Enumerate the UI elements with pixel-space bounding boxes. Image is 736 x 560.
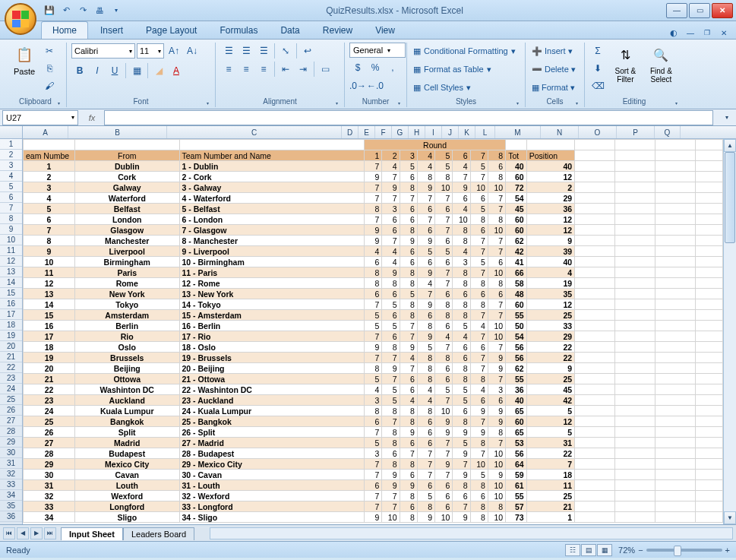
cell[interactable]: 7 — [417, 459, 434, 470]
cell[interactable] — [575, 299, 615, 310]
cell[interactable]: 8 — [453, 480, 470, 491]
cell[interactable]: 4 — [364, 246, 381, 257]
cell[interactable]: 35 — [526, 289, 575, 299]
increase-indent-icon[interactable]: ⇥ — [295, 61, 311, 78]
row-header[interactable]: 36 — [0, 511, 22, 522]
cell[interactable]: 8 — [453, 416, 470, 427]
cell[interactable]: 4 — [417, 161, 434, 172]
cell[interactable]: 7 — [470, 267, 488, 278]
print-icon[interactable]: 🖶 — [93, 4, 106, 17]
row-header[interactable]: 29 — [0, 437, 22, 448]
shrink-font-icon[interactable]: A↓ — [184, 43, 201, 59]
cell[interactable]: 9 — [417, 267, 434, 278]
cell[interactable] — [695, 182, 722, 193]
cell[interactable]: 7 — [364, 427, 381, 438]
close-workbook-icon[interactable]: ✕ — [718, 27, 730, 39]
cell[interactable]: 7 — [435, 278, 453, 289]
cell[interactable]: 7 — [488, 342, 505, 353]
cell[interactable] — [695, 278, 722, 289]
cell[interactable]: 7 — [400, 448, 417, 459]
cell[interactable] — [615, 257, 655, 267]
column-header[interactable]: F — [375, 126, 392, 138]
cell[interactable]: New York — [74, 289, 179, 299]
cell[interactable]: 8 — [417, 172, 434, 182]
cell[interactable]: 25 — [526, 491, 575, 501]
cell[interactable]: 6 — [400, 470, 417, 480]
number-format-dropdown[interactable]: General▾ — [349, 43, 406, 58]
cell[interactable] — [575, 182, 615, 193]
cell[interactable]: 1 - Dublin — [179, 161, 364, 172]
cell[interactable] — [695, 416, 722, 427]
cell[interactable] — [615, 416, 655, 427]
cell[interactable]: 31 — [24, 480, 75, 491]
cell[interactable] — [655, 267, 696, 278]
cell[interactable]: 5 — [526, 406, 575, 416]
cell[interactable]: 3 — [488, 384, 505, 395]
cell[interactable]: Waterford — [74, 193, 179, 204]
cell[interactable] — [615, 427, 655, 438]
cell[interactable]: 6 — [435, 480, 453, 491]
cell[interactable] — [695, 395, 722, 406]
cell[interactable]: 7 — [364, 353, 381, 363]
cell[interactable]: 5 — [435, 246, 453, 257]
cell[interactable]: 8 — [488, 278, 505, 289]
column-header[interactable]: J — [442, 126, 459, 138]
cell[interactable]: 34 - Sligo — [179, 512, 364, 523]
cell[interactable]: 9 — [453, 427, 470, 438]
cell[interactable] — [575, 289, 615, 299]
cell[interactable]: 9 — [435, 416, 453, 427]
cell[interactable] — [575, 214, 615, 225]
cell[interactable]: Manchester — [74, 236, 179, 246]
cell[interactable] — [615, 363, 655, 374]
expand-formula-icon[interactable]: ▾ — [725, 114, 736, 121]
cell[interactable]: 5 — [364, 438, 381, 448]
close-button[interactable]: ✕ — [712, 3, 733, 18]
cell[interactable] — [695, 161, 722, 172]
cell[interactable]: 7 — [488, 374, 505, 384]
insert-cells-button[interactable]: ➕Insert ▾ — [530, 43, 574, 59]
cell[interactable]: 4 — [470, 321, 488, 331]
cell[interactable]: 9 — [364, 225, 381, 236]
column-header[interactable]: P — [617, 126, 655, 138]
cell[interactable]: 55 — [506, 374, 527, 384]
cell[interactable]: 10 — [488, 267, 505, 278]
cell[interactable] — [655, 438, 696, 448]
cell[interactable] — [575, 384, 615, 395]
cell[interactable]: 4 — [400, 353, 417, 363]
cell[interactable]: 9 — [453, 470, 470, 480]
row-header[interactable]: 25 — [0, 394, 22, 405]
zoom-level[interactable]: 72% — [618, 546, 635, 555]
cell[interactable]: 9 — [453, 448, 470, 459]
cell[interactable] — [615, 204, 655, 214]
cell[interactable]: 22 — [526, 353, 575, 363]
cell[interactable] — [695, 140, 722, 150]
cell[interactable] — [655, 448, 696, 459]
cell[interactable] — [575, 438, 615, 448]
cell[interactable] — [615, 470, 655, 480]
cell[interactable]: 7 — [364, 214, 381, 225]
cell[interactable] — [655, 289, 696, 299]
cell[interactable]: 7 - Glasgow — [179, 225, 364, 236]
cell[interactable] — [695, 448, 722, 459]
cell[interactable]: 13 — [24, 289, 75, 299]
cell[interactable]: 8 — [400, 182, 417, 193]
cell[interactable]: 7 — [435, 342, 453, 353]
cell[interactable]: 7 — [470, 331, 488, 342]
cell[interactable] — [615, 512, 655, 523]
cell[interactable]: Longford — [74, 501, 179, 512]
cell[interactable]: 6 — [382, 331, 400, 342]
row-header[interactable]: 1 — [0, 139, 22, 150]
cell[interactable]: 5 — [470, 204, 488, 214]
cell[interactable]: 7 — [382, 353, 400, 363]
cell[interactable] — [615, 384, 655, 395]
cell[interactable]: 7 — [453, 459, 470, 470]
cell[interactable]: 1 — [364, 150, 381, 161]
cell[interactable]: 19 — [526, 278, 575, 289]
cell[interactable]: 8 — [435, 172, 453, 182]
cell[interactable]: 6 — [400, 246, 417, 257]
cell[interactable]: 26 — [24, 427, 75, 438]
grow-font-icon[interactable]: A↑ — [166, 43, 182, 59]
cell[interactable] — [615, 480, 655, 491]
cell[interactable]: 66 — [506, 267, 527, 278]
cell[interactable]: 6 — [417, 438, 434, 448]
